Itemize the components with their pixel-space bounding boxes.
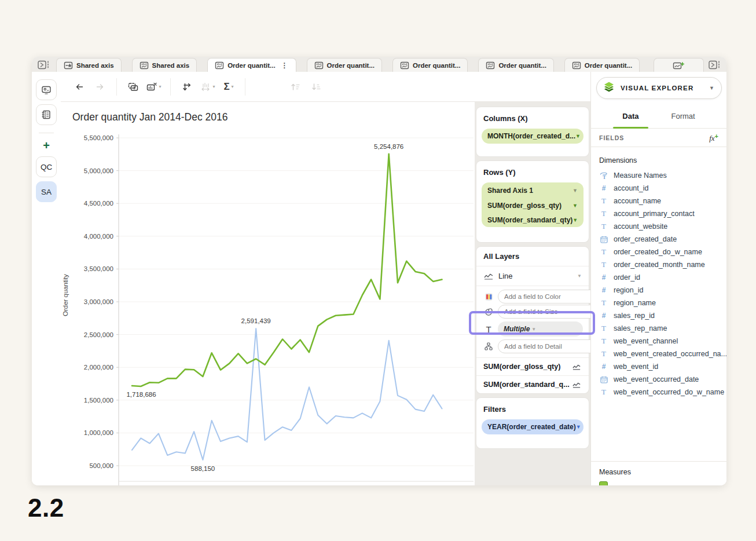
chevron-down-icon[interactable]: ▼	[575, 133, 581, 139]
dimensions-label: Dimensions	[599, 156, 722, 165]
field-item-11[interactable]: #sales_rep_id	[599, 309, 722, 322]
line-chart: 500,0001,000,0001,500,0002,000,0002,500,…	[61, 102, 475, 485]
collapse-tabstrip-right-icon[interactable]	[704, 58, 726, 72]
chart-icon	[572, 61, 581, 70]
workbook-tab-3[interactable]: Order quantit...	[307, 58, 382, 72]
add-calculated-field-button[interactable]: fx+	[709, 133, 718, 143]
mark-type-select[interactable]: Line ▼	[476, 266, 589, 286]
size-icon	[483, 308, 494, 316]
add-chart-icon	[673, 61, 684, 70]
sort-descending-icon[interactable]	[307, 78, 325, 96]
field-label: web_event_created_occurred_na...	[614, 350, 726, 358]
workbook-tab-2[interactable]: Order quantit...⋮	[207, 58, 296, 72]
size-field-input[interactable]	[498, 305, 590, 319]
field-item-10[interactable]: Tregion_name	[599, 297, 722, 309]
workbook-tab-4[interactable]: Order quantit...	[392, 58, 468, 72]
text-field-icon: T	[601, 196, 606, 206]
chevron-down-icon[interactable]: ▾	[212, 84, 215, 89]
color-field-input[interactable]	[498, 290, 590, 304]
sort-ascending-icon[interactable]	[287, 78, 304, 96]
notebook-icon[interactable]	[36, 104, 57, 125]
field-item-7[interactable]: Torder_created_month_name	[599, 258, 722, 271]
collapse-tabstrip-left-icon[interactable]	[32, 58, 56, 72]
field-item-6[interactable]: Torder_created_do_w_name	[599, 246, 722, 258]
tab-data[interactable]: Data	[621, 104, 640, 128]
screen-share-icon[interactable]	[36, 79, 57, 100]
label-field-dropdown[interactable]: Multiple ▼	[498, 321, 583, 337]
field-item-3[interactable]: Taccount_primary_contact	[599, 207, 722, 220]
avatar-qc[interactable]: QC	[36, 156, 57, 177]
workbook-tab-1[interactable]: Shared axis	[132, 58, 197, 72]
chevron-down-icon[interactable]: ▼	[709, 85, 714, 91]
y-tick-label: 2,500,000	[84, 331, 113, 338]
avatar-sa[interactable]: SA	[36, 181, 57, 202]
swap-axes-icon[interactable]	[178, 78, 196, 96]
measure-field-icon	[599, 481, 608, 485]
field-item-1[interactable]: #account_id	[599, 182, 722, 195]
add-chart-button[interactable]	[654, 58, 703, 72]
field-item-0[interactable]: TMeasure Names	[599, 169, 722, 182]
layer-row-gloss[interactable]: SUM(order_gloss_qty)	[476, 357, 589, 375]
y-tick-label: 1,000,000	[84, 429, 113, 436]
panel-tabs: Data Format	[591, 104, 726, 129]
add-collaborator-button[interactable]: +	[36, 138, 57, 153]
field-item-4[interactable]: Taccount_website	[599, 220, 722, 233]
redo-arrow-icon[interactable]	[91, 78, 109, 96]
rows-pill-standard[interactable]: SUM(order_standard_qty) ▼	[482, 213, 583, 227]
field-item-12[interactable]: Tsales_rep_name	[599, 322, 722, 335]
chevron-down-icon[interactable]: ▼	[577, 273, 582, 279]
tab-label: Order quantit...	[413, 62, 460, 69]
field-item-13[interactable]: Tweb_event_channel	[599, 335, 722, 348]
field-label: sales_rep_name	[614, 324, 667, 332]
tab-menu-kebab-icon[interactable]: ⋮	[281, 61, 289, 70]
field-label: web_event_channel	[614, 337, 678, 345]
field-item-8[interactable]: #order_id	[599, 271, 722, 284]
rows-pill-gloss[interactable]: SUM(order_gloss_qty) ▼	[482, 198, 583, 213]
line-mark-icon	[571, 364, 582, 370]
visual-explorer-menu[interactable]: VISUAL EXPLORER ▼	[596, 77, 722, 99]
aggregate-sigma-icon[interactable]: Σ▾	[220, 78, 237, 96]
sheet-star-icon	[64, 61, 73, 70]
left-rail: + QC SA	[32, 72, 61, 485]
shared-axis-pill[interactable]: Shared Axis 1 ▼	[482, 182, 583, 198]
text-field-icon: T	[601, 337, 606, 346]
chevron-down-icon[interactable]: ▼	[531, 327, 536, 332]
bar-spacing-icon[interactable]: ▾	[199, 78, 216, 96]
toolbar-divider	[245, 78, 245, 96]
detail-field-input[interactable]	[498, 339, 590, 353]
field-label: region_id	[614, 286, 643, 294]
undo-arrow-icon[interactable]	[71, 78, 88, 96]
chevron-down-icon[interactable]: ▾	[232, 84, 234, 89]
data-label: 2,591,439	[241, 317, 271, 324]
field-item-2[interactable]: Taccount_name	[599, 195, 722, 207]
field-list: Dimensions TMeasure Names#account_idTacc…	[591, 147, 726, 461]
series-line-1	[132, 328, 442, 460]
columns-pill[interactable]: MONTH(order_created_d... ▼	[482, 129, 583, 144]
tab-format[interactable]: Format	[670, 104, 696, 128]
field-label: order_created_month_name	[614, 261, 705, 269]
workbook-tab-0[interactable]: Shared axis	[56, 58, 122, 72]
chevron-down-icon[interactable]: ▼	[572, 203, 578, 209]
workbook-tab-5[interactable]: Order quantit...	[478, 58, 553, 72]
remove-chart-icon[interactable]: ▾	[145, 78, 163, 96]
field-item-14[interactable]: Tweb_event_created_occurred_na...	[599, 348, 722, 360]
series-line-0	[132, 154, 442, 386]
chevron-down-icon[interactable]: ▼	[572, 217, 578, 223]
chevron-down-icon[interactable]: ▾	[159, 84, 161, 89]
workbook-tab-6[interactable]: Order quantit...	[564, 58, 640, 72]
columns-shelf: Columns (X) MONTH(order_created_d... ▼	[476, 107, 589, 156]
layer-row-standard[interactable]: SUM(order_standard_q...	[476, 375, 589, 393]
filter-pill[interactable]: YEAR(order_created_date) ▼	[482, 419, 583, 434]
text-field-icon: T	[601, 247, 606, 257]
field-item-17[interactable]: Tweb_event_occurred_do_w_name	[599, 386, 722, 399]
figure-caption: 2.2	[28, 494, 64, 522]
chevron-down-icon[interactable]: ▼	[572, 188, 578, 193]
page: Shared axisShared axisOrder quantit...⋮O…	[0, 0, 756, 541]
chevron-down-icon[interactable]: ▼	[576, 424, 581, 430]
field-item-16[interactable]: web_event_occurred_date	[599, 373, 722, 386]
duplicate-chart-icon[interactable]	[124, 78, 142, 96]
field-item-15[interactable]: #web_event_id	[599, 360, 722, 373]
field-item-9[interactable]: #region_id	[599, 284, 722, 297]
color-drop-row	[476, 289, 589, 304]
field-item-5[interactable]: order_created_date	[599, 233, 722, 246]
